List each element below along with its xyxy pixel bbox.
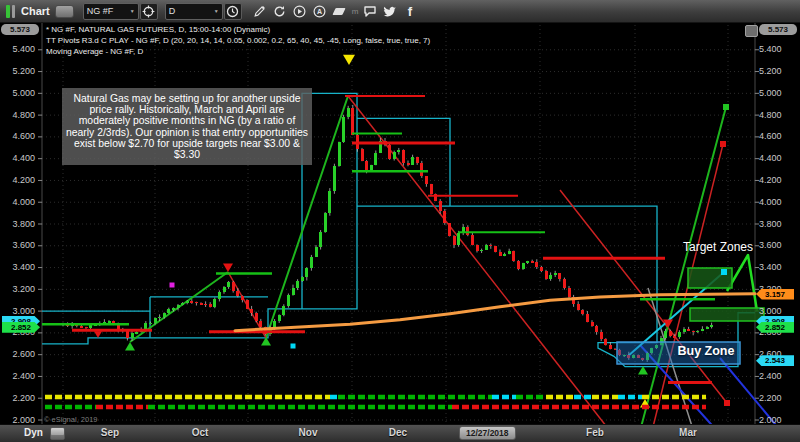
price-tick-label: 2.400 (0, 372, 35, 381)
price-flag: 2.852 (756, 322, 794, 333)
analysis-annotation[interactable]: Natural Gas may be setting up for anothe… (62, 88, 312, 165)
price-tick-label: 5.000 (0, 89, 35, 98)
overflow-indicator: m (352, 7, 359, 16)
price-tick-label: 2.600 (0, 350, 35, 359)
buy-zone-label[interactable]: Buy Zone (664, 344, 748, 358)
price-tick-label: 3.000 (0, 307, 35, 316)
refresh-icon[interactable] (271, 3, 288, 20)
interval-clock-button[interactable] (224, 3, 242, 20)
price-tick-label: 3.800 (759, 220, 799, 229)
price-tick-label: 4.000 (0, 198, 35, 207)
copyright-text: © eSignal, 2019 (44, 415, 97, 424)
price-tick-label: 4.000 (759, 198, 799, 207)
price-tick-label: 3.000 (759, 307, 799, 316)
price-tick-label: 5.400 (759, 45, 799, 54)
price-flag: 3.157 (756, 289, 794, 300)
time-axis-label: Mar (660, 427, 716, 438)
svg-text:A: A (317, 8, 322, 15)
price-tick-label: 3.400 (0, 263, 35, 272)
time-axis-label: Nov (280, 427, 336, 438)
calendar-icon[interactable] (50, 427, 65, 440)
time-axis-label: Sep (82, 427, 138, 438)
price-chart-canvas[interactable] (0, 0, 800, 442)
interval-value: D (169, 6, 176, 16)
date-scroll-thumb[interactable]: 12/27/2018 (459, 426, 516, 440)
price-tick-label: 2.200 (759, 394, 799, 403)
price-tick-label: 3.800 (0, 220, 35, 229)
price-tick-label: 4.600 (0, 132, 35, 141)
interval-input[interactable]: D ▼ (165, 3, 223, 20)
connection-status-indicator (6, 5, 10, 18)
chevron-down-icon: ▼ (126, 8, 135, 14)
price-tick-label: 4.400 (0, 154, 35, 163)
session-high-box-left: 5.573 (1, 24, 39, 35)
time-axis-label: Oct (172, 427, 228, 438)
price-tick-label: 2.200 (0, 394, 35, 403)
time-axis-bar: Dyn SepOctNovDec12/27/2018FebMar (0, 424, 800, 442)
price-tick-label: 3.600 (0, 241, 35, 250)
eraser-icon[interactable] (331, 3, 348, 20)
chart-link-badge[interactable] (55, 5, 74, 18)
price-tick-label: 4.800 (0, 111, 35, 120)
symbol-lookup-button[interactable] (140, 3, 158, 20)
price-tick-label: 5.200 (759, 67, 799, 76)
chat-icon[interactable] (361, 3, 378, 20)
twitter-icon[interactable] (381, 3, 398, 20)
study-header-ma: Moving Average - NG #F, D (46, 47, 143, 56)
clock-icon (226, 5, 239, 18)
price-tick-label: 2.400 (759, 372, 799, 381)
price-tick-label: 4.200 (759, 176, 799, 185)
time-axis-label: Feb (567, 427, 623, 438)
toolbar: Chart NG #F ▼ D ▼ A m (0, 0, 800, 23)
indicator-strips (45, 397, 706, 407)
facebook-icon[interactable]: f (401, 3, 418, 20)
price-tick-label: 5.000 (759, 89, 799, 98)
session-high-box-right: 5.573 (759, 24, 797, 35)
window-grip-icon (12, 5, 15, 18)
target-zones-label[interactable]: Target Zones (664, 240, 772, 254)
annotate-text-icon[interactable]: A (311, 3, 328, 20)
price-tick-label: 3.200 (0, 285, 35, 294)
play-icon[interactable] (291, 3, 308, 20)
price-tick-label: 4.400 (759, 154, 799, 163)
chevron-down-icon: ▼ (210, 8, 219, 14)
price-tick-label: 4.800 (759, 111, 799, 120)
dyn-button[interactable]: Dyn (24, 427, 43, 438)
price-tick-label: 5.200 (0, 67, 35, 76)
symbol-input[interactable]: NG #F ▼ (83, 3, 139, 20)
quote-header-line1: * NG #F, NATURAL GAS FUTURES, D, 15:00-1… (46, 25, 270, 34)
symbol-value: NG #F (87, 6, 114, 16)
study-header-pivots: TT Pivots R3.d C PLAY - NG #F, D (20, 20… (46, 36, 430, 45)
price-tick-label: 4.200 (0, 176, 35, 185)
price-tick-label: 5.400 (0, 45, 35, 54)
restore-window-icon[interactable] (745, 25, 758, 37)
price-flag: 2.852 (2, 322, 40, 333)
price-flag: 2.543 (756, 355, 794, 366)
time-axis-label: Dec (370, 427, 426, 438)
crosshair-icon (142, 5, 155, 18)
draw-pencil-icon[interactable] (251, 3, 268, 20)
price-tick-label: 3.400 (759, 263, 799, 272)
price-tick-label: 4.600 (759, 132, 799, 141)
window-title: Chart (21, 5, 50, 17)
